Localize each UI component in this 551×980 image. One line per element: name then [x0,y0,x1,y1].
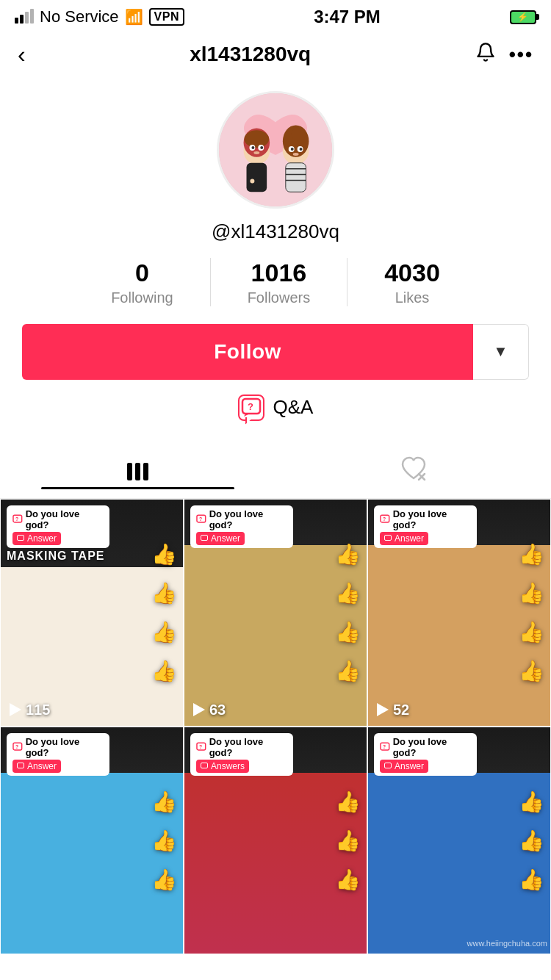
profile-handle: @xl1431280vq [212,220,339,243]
svg-point-8 [253,151,259,154]
stat-following[interactable]: 0 Following [74,258,210,306]
svg-point-12 [292,126,306,141]
back-button[interactable]: ‹ [18,43,26,66]
svg-point-19 [293,153,299,156]
like-icon-2b: 👍 [335,581,361,605]
video-cell-6[interactable]: ? Do you love god? Answer 👍 👍 👍 www.heii… [367,727,551,954]
qa-overlay-5: ? Do you love god? Answers [190,733,293,776]
svg-text:?: ? [15,516,18,522]
like-icon-4c: 👍 [151,867,177,891]
qa-answer-btn-5: Answers [196,760,249,773]
svg-rect-30 [18,535,24,540]
likes-count: 4030 [384,258,440,288]
svg-rect-39 [18,763,24,768]
qa-overlay-6: ? Do you love god? Answer [374,733,477,776]
video-likes-4: 👍 👍 👍 [151,789,177,891]
qa-overlay-2: ? Do you love god? Answer [190,505,293,548]
video-cell-2[interactable]: ? Do you love god? Answer 👍 👍 👍 👍 63 [184,499,367,727]
video-grid: ? Do you love god? Answer MASKING TAPE 👍… [0,499,551,954]
like-icon-3b: 👍 [519,581,544,605]
following-count: 0 [135,258,149,288]
qa-answer-btn-1: Answer [12,532,61,545]
like-icon-6b: 👍 [519,828,544,852]
following-label: Following [111,289,173,306]
svg-rect-20 [286,163,306,192]
bell-icon[interactable] [475,42,496,68]
video-likes-1: 👍 👍 👍 👍 [151,542,177,683]
like-icon-1a: 👍 [151,542,177,566]
dropdown-arrow: ▼ [494,343,508,360]
qa-icon: ? [238,394,264,421]
like-icon-4b: 👍 [151,828,177,852]
like-icon-2d: 👍 [335,659,361,683]
video-overlay-top-1: ? Do you love god? Answer [1,500,183,548]
video-likes-6: 👍 👍 👍 [519,789,544,891]
qa-question-6: Do you love god? [393,736,471,758]
svg-text:?: ? [248,401,253,412]
follow-button[interactable]: Follow [22,324,473,380]
video-overlay-top-6: ? Do you love god? Answer [368,727,550,776]
like-icon-2a: 👍 [335,542,361,566]
svg-point-6 [251,146,254,149]
likes-label: Likes [395,289,430,306]
qa-question-2: Do you love god? [209,508,287,530]
header-icons: ••• [475,42,533,68]
video-cell-5[interactable]: ? Do you love god? Answers 👍 👍 👍 [184,727,367,954]
video-cell-4[interactable]: ? Do you love god? Answer 👍 👍 👍 [0,727,184,954]
video-overlay-top-5: ? Do you love god? Answers [184,727,367,776]
svg-text:?: ? [15,744,18,749]
video-play-count-1: 115 [10,702,50,718]
svg-text:?: ? [199,744,202,749]
qa-answer-btn-4: Answer [12,760,61,773]
like-icon-1b: 👍 [151,581,177,605]
video-cell-1[interactable]: ? Do you love god? Answer MASKING TAPE 👍… [0,499,184,727]
qa-question-3: Do you love god? [393,508,471,530]
video-play-count-2: 63 [193,702,226,718]
qa-row[interactable]: ? Q&A [238,394,314,421]
tab-liked[interactable] [276,443,551,498]
video-overlay-top-4: ? Do you love god? Answer [1,727,183,776]
tabs-row [0,443,551,499]
like-icon-3a: 👍 [519,542,544,566]
like-icon-3c: 👍 [519,620,544,644]
followers-label: Followers [248,289,311,306]
like-icon-3d: 👍 [519,659,544,683]
profile-section: @xl1431280vq 0 Following 1016 Followers … [0,76,551,443]
avatar [217,91,334,209]
svg-text:?: ? [383,744,386,749]
svg-text:?: ? [199,516,202,522]
qa-answer-btn-2: Answer [196,532,245,545]
more-icon[interactable]: ••• [509,43,533,66]
svg-point-17 [291,148,294,151]
video-overlay-top-2: ? Do you love god? Answer [184,500,367,548]
qa-overlay-4: ? Do you love god? Answer [7,733,109,776]
qa-text: Q&A [273,396,314,419]
battery-icon: ⚡ [510,10,536,24]
qa-answer-btn-6: Answer [380,760,428,773]
battery-bolt: ⚡ [517,12,528,22]
status-bar: No Service 📶 VPN 3:47 PM ⚡ [0,0,551,32]
video-cell-3[interactable]: ? Do you love god? Answer 👍 👍 👍 👍 52 [367,499,551,727]
stat-likes[interactable]: 4030 Likes [347,258,477,306]
svg-point-13 [250,179,254,183]
tab-videos[interactable] [0,451,276,489]
followers-count: 1016 [251,258,307,288]
follow-dropdown-button[interactable]: ▼ [473,324,529,380]
like-icon-5a: 👍 [335,789,361,813]
svg-rect-9 [247,163,267,192]
status-right: ⚡ [510,10,536,24]
header-username: xl1431280vq [190,43,311,66]
qa-question-4: Do you love god? [26,736,104,758]
vpn-badge: VPN [149,8,184,26]
qa-question-1: Do you love god? [26,508,104,530]
qa-overlay-3: ? Do you love god? Answer [374,505,477,548]
qa-question-5: Do you love god? [209,736,287,758]
svg-rect-45 [385,763,392,768]
video-likes-3: 👍 👍 👍 👍 [519,542,544,683]
stat-followers[interactable]: 1016 Followers [211,258,348,306]
like-icon-1c: 👍 [151,620,177,644]
no-service-text: No Service [40,7,119,26]
qa-answer-btn-3: Answer [380,532,428,545]
like-icon-4a: 👍 [151,789,177,813]
watermark-6: www.heiingchuha.com [467,936,547,949]
